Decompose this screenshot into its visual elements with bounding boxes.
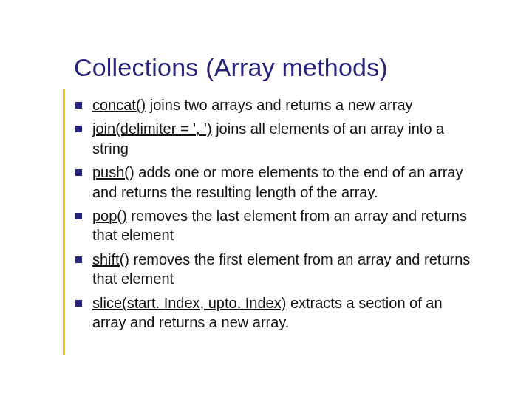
list-item: join(delimiter = ', ') joins all element… — [75, 119, 473, 158]
list-item-body: slice(start. Index, upto. Index) extract… — [92, 293, 473, 332]
list-item-body: shift() removes the first element from a… — [92, 250, 473, 289]
slide: Collections (Array methods) concat() joi… — [0, 0, 532, 399]
list-item-body: join(delimiter = ', ') joins all element… — [92, 119, 473, 158]
slide-title: Collections (Array methods) — [74, 53, 502, 82]
method-name: pop() — [92, 208, 127, 224]
list-item-body: pop() removes the last element from an a… — [92, 206, 473, 245]
list-item: concat() joins two arrays and returns a … — [75, 95, 473, 115]
list-item: shift() removes the first element from a… — [75, 250, 473, 289]
list-item-body: push() adds one or more elements to the … — [92, 163, 473, 202]
method-name: push() — [92, 164, 134, 180]
list-item-body: concat() joins two arrays and returns a … — [92, 95, 473, 115]
accent-line — [63, 89, 65, 355]
list-item: push() adds one or more elements to the … — [75, 163, 473, 202]
method-desc: removes the last element from an array a… — [92, 208, 467, 243]
square-bullet-icon — [75, 213, 82, 219]
square-bullet-icon — [75, 169, 82, 176]
method-name: shift() — [92, 251, 129, 267]
method-name: join(delimiter = ', ') — [92, 120, 212, 137]
square-bullet-icon — [75, 126, 82, 132]
method-desc: adds one or more elements to the end of … — [92, 164, 463, 200]
method-name: concat() — [92, 97, 146, 113]
bullet-list: concat() joins two arrays and returns a … — [75, 95, 473, 332]
method-desc: removes the first element from an array … — [92, 251, 470, 287]
square-bullet-icon — [75, 300, 82, 307]
method-desc: joins two arrays and returns a new array — [146, 97, 412, 113]
list-item: pop() removes the last element from an a… — [75, 206, 473, 245]
square-bullet-icon — [75, 256, 82, 263]
method-name: slice(start. Index, upto. Index) — [92, 295, 286, 311]
square-bullet-icon — [75, 102, 82, 109]
list-item: slice(start. Index, upto. Index) extract… — [75, 293, 473, 332]
